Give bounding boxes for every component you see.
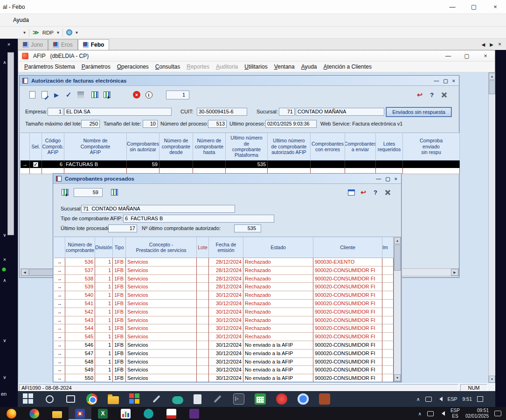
auth-col-header[interactable]: Comprobantes sin autorizar: [127, 133, 159, 161]
export-button[interactable]: [59, 186, 71, 198]
proc-col-header[interactable]: Im: [382, 237, 394, 258]
close-button[interactable]: ×: [485, 0, 506, 14]
host-chart-app-button[interactable]: [114, 407, 137, 420]
cancel-button[interactable]: ×: [131, 89, 143, 101]
rail-scroll-up-icon[interactable]: ∧: [1, 60, 8, 65]
rdp-dropdown-icon[interactable]: ▾: [57, 30, 59, 35]
help-button[interactable]: ?: [369, 186, 381, 198]
connection-dropdown-icon[interactable]: ▾: [23, 30, 26, 35]
proc-lote-field[interactable]: 17: [108, 224, 137, 232]
remote-red-app-button[interactable]: [271, 391, 292, 407]
num-proceso-field[interactable]: 513: [208, 120, 227, 128]
tab-febo[interactable]: Febo: [78, 39, 110, 50]
proc-tipo-field[interactable]: 6 FACTURAS B: [123, 215, 274, 223]
mdi-vertical-scrollbar[interactable]: ▲ ▼: [488, 72, 495, 383]
process-counter-field[interactable]: 1: [166, 91, 189, 99]
proc-ult-comp-field[interactable]: 535: [234, 224, 261, 232]
proc-row-547[interactable]: →54711FBServicios30/12/2024No enviado a …: [54, 350, 394, 358]
host-explorer-button[interactable]: [46, 407, 69, 420]
rail-scroll-down2-icon[interactable]: ∨: [1, 338, 8, 343]
proc-col-header[interactable]: Tipo: [113, 237, 126, 258]
remote-brown-app-button[interactable]: [314, 391, 335, 407]
host-clock[interactable]: 09:5102/01/2025: [465, 408, 489, 420]
host-reader-app-button[interactable]: [160, 407, 183, 420]
exit-button[interactable]: ↩: [357, 186, 369, 198]
lotes-button[interactable]: [89, 89, 101, 101]
volume-icon[interactable]: [439, 411, 445, 416]
rdp-label[interactable]: RDP: [42, 30, 54, 35]
tab-next-icon[interactable]: ▶: [490, 42, 493, 47]
tam-max-field[interactable]: 250: [81, 120, 100, 128]
comprobantes-counter-field[interactable]: 59: [74, 188, 103, 197]
export-button[interactable]: [101, 89, 113, 101]
left-panel-scrollbar[interactable]: [7, 52, 14, 235]
scroll-down-icon[interactable]: ▼: [394, 374, 401, 381]
auth-col-header[interactable]: Comprobantes a enviar: [345, 133, 376, 161]
remote-start-button[interactable]: [18, 391, 39, 407]
selected-checkbox[interactable]: ✓: [33, 162, 38, 167]
afip-menu-par-metros-sistema[interactable]: Parámetros Sistema: [21, 63, 78, 70]
tray-chevron-icon[interactable]: ∧: [418, 411, 422, 416]
scroll-down-icon[interactable]: ▼: [489, 376, 495, 383]
cuit-field[interactable]: 30-50009415-6: [197, 108, 247, 116]
rail-close-icon[interactable]: ×: [1, 257, 8, 262]
enviados-sin-respuesta-button[interactable]: Enviados sin respuesta: [386, 107, 451, 117]
scroll-right-icon[interactable]: ▶: [451, 269, 458, 276]
proc-row-536[interactable]: →53611FBServicios28/12/2024Rechazado9000…: [54, 258, 394, 266]
afip-menu-utilitarios[interactable]: Utilitarios: [241, 63, 270, 70]
edit-button[interactable]: [38, 89, 50, 101]
scroll-left-icon[interactable]: ◀: [21, 269, 28, 276]
afip-menu-par-metros[interactable]: Parámetros: [78, 63, 114, 70]
proc-row-539[interactable]: →53911FBServicios28/12/2024Rechazado9000…: [54, 283, 394, 291]
win-close-icon[interactable]: ×: [395, 176, 397, 181]
proc-col-header[interactable]: División: [95, 237, 113, 258]
afip-maximize-button[interactable]: ▢: [457, 50, 476, 61]
win-maximize-icon[interactable]: ▢: [443, 78, 448, 83]
host-excel-button[interactable]: [91, 407, 114, 420]
auth-col-header[interactable]: Lotes requeridos: [376, 133, 403, 161]
empresa-name-field[interactable]: EL DIA SA: [64, 108, 172, 116]
auth-grid-selected-row[interactable]: →✓6FACTURAS B59535: [21, 161, 460, 168]
remote-pen-app-button[interactable]: [146, 391, 167, 407]
proc-col-header[interactable]: [54, 237, 65, 258]
proc-col-header[interactable]: Cliente: [313, 237, 382, 258]
proc-col-header[interactable]: Concepto - Prestación de servicios: [126, 237, 197, 258]
remote-tiles-app-button[interactable]: [124, 391, 146, 407]
remote-doc-app-button[interactable]: [188, 391, 207, 407]
remote-search-button[interactable]: [39, 391, 60, 407]
scroll-up-icon[interactable]: ▲: [394, 237, 401, 244]
afip-minimize-button[interactable]: —: [439, 50, 457, 61]
proc-col-header[interactable]: Fecha de emisión: [209, 237, 243, 258]
remote-browser-app-button[interactable]: [292, 391, 314, 407]
host-purple-app-button[interactable]: [183, 407, 206, 420]
tam-lote-field[interactable]: 10: [143, 120, 158, 128]
remote-console-app-button[interactable]: [228, 391, 250, 407]
rail-scroll-down-icon[interactable]: ∨: [1, 232, 8, 238]
tab-juno[interactable]: Juno: [18, 39, 48, 50]
proc-col-header[interactable]: Lote: [197, 237, 209, 258]
host-design-app-button[interactable]: [23, 407, 46, 420]
table-view-button[interactable]: [345, 186, 357, 198]
save-button[interactable]: [75, 89, 87, 101]
rail-scroll-down3-icon[interactable]: ∨: [1, 375, 8, 380]
proc-row-548[interactable]: →54811FBServicios30/12/2024No enviado a …: [54, 358, 394, 366]
remote-language-indicator[interactable]: ESP: [448, 396, 457, 402]
notification-icon[interactable]: [494, 411, 501, 416]
auth-col-header[interactable]: Ultimo número de comprobante Plataforma: [226, 133, 268, 161]
volume-icon[interactable]: [437, 397, 443, 401]
scrollbar-thumb[interactable]: [489, 80, 495, 94]
host-teal-app-button[interactable]: [137, 407, 160, 420]
remote-chat-app-button[interactable]: [167, 391, 188, 407]
tab-prev-icon[interactable]: ◀: [482, 42, 485, 47]
auth-col-header[interactable]: Sel.: [30, 133, 42, 161]
rail-scroll-up2-icon[interactable]: ∧: [1, 278, 8, 283]
tray-chevron-icon[interactable]: ∧: [416, 396, 420, 402]
proc-col-header[interactable]: Estado: [243, 237, 313, 258]
proc-row-546[interactable]: →54611FBServicios30/12/2024No enviado a …: [54, 341, 394, 350]
win-close-icon[interactable]: ×: [452, 78, 455, 83]
proc-sucursal-field[interactable]: 71 CONTADO MAÑANA: [81, 205, 235, 213]
proc-row-545[interactable]: →54511FBServicios30/12/2024Rechazado9000…: [54, 333, 394, 341]
auth-col-header[interactable]: Comproba enviado sin respu: [403, 133, 460, 161]
confirm-button[interactable]: ✓: [62, 89, 75, 101]
minimize-button[interactable]: —: [442, 0, 463, 14]
